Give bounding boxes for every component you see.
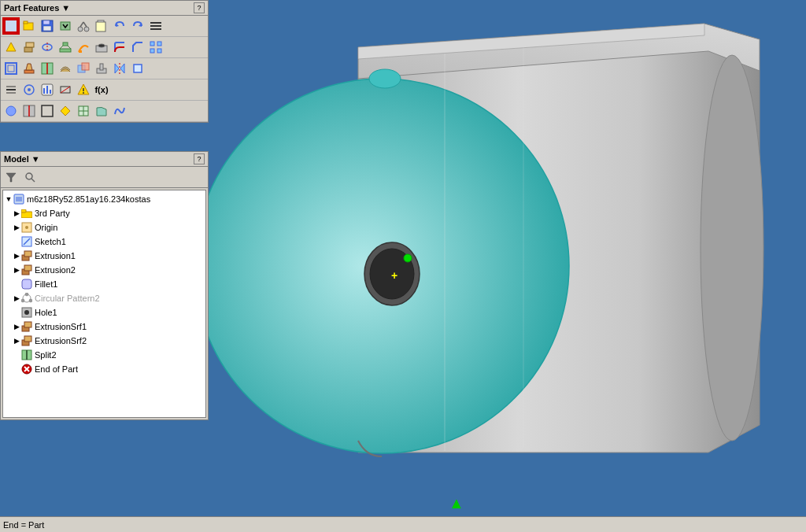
svg-rect-15	[150, 25, 161, 27]
sketch1-icon	[20, 235, 33, 248]
model-help-button[interactable]: ?	[194, 153, 205, 164]
thicken-button[interactable]	[57, 60, 74, 77]
tree-item-extrusion2[interactable]: ▶ Extrusion2	[5, 263, 204, 277]
tree-item-origin[interactable]: ▶ Origin	[5, 220, 204, 235]
tree-item-hole1[interactable]: ▶ Hole1	[5, 305, 204, 320]
surface-button[interactable]	[93, 102, 110, 120]
cut-button[interactable]	[75, 17, 92, 35]
origin-icon	[20, 221, 33, 234]
dimension-button[interactable]	[57, 81, 74, 98]
boolean-icon	[76, 61, 91, 76]
svg-rect-30	[157, 42, 161, 46]
end-of-part-label: End of Part	[35, 364, 78, 374]
svg-marker-17	[6, 42, 16, 51]
view-select-button[interactable]	[2, 102, 20, 120]
undo-button[interactable]	[111, 17, 128, 35]
status-text: End = Part	[3, 520, 44, 530]
expand-extrusion2[interactable]: ▶	[13, 266, 20, 274]
toolbar-row-4: f(x)	[1, 79, 208, 101]
expand-part-root[interactable]: ▼	[5, 195, 13, 203]
tree-item-split2[interactable]: ▶ Split2	[5, 348, 204, 362]
curve-button[interactable]	[111, 102, 128, 120]
tree-item-part-root[interactable]: ▼ m6z18Ry52.851ay16.234kostas	[5, 192, 204, 206]
svg-rect-23	[63, 42, 68, 46]
fillet1-icon	[20, 278, 33, 290]
tree-item-extrusion1[interactable]: ▶ Extrusion1	[5, 249, 204, 263]
paste-button[interactable]	[93, 17, 110, 35]
analyze-icon	[40, 83, 54, 97]
svg-point-60	[83, 92, 84, 94]
shell-button[interactable]	[2, 60, 20, 77]
sketch-button[interactable]	[2, 39, 20, 56]
model-tree: ▼ m6z18Ry52.851ay16.234kostas ▶ 3rd Part…	[2, 190, 206, 418]
fillet-button[interactable]	[111, 39, 128, 56]
svg-rect-14	[150, 22, 161, 24]
point-icon	[58, 104, 72, 118]
viewport[interactable]: + ▲	[209, 0, 806, 532]
tree-item-3rd-party[interactable]: ▶ 3rd Party	[5, 206, 204, 220]
svg-rect-42	[100, 64, 103, 70]
draft-button[interactable]	[20, 60, 38, 77]
new-part-button[interactable]	[2, 17, 20, 35]
wireframe-button[interactable]	[39, 102, 56, 120]
filter-icon	[6, 172, 17, 183]
tree-item-extrusionsrf2[interactable]: ▶ ExtrusionSrf2	[5, 334, 204, 348]
point-button[interactable]	[57, 102, 74, 120]
expand-extrusionsrf2[interactable]: ▶	[13, 337, 20, 345]
mirror-button[interactable]	[111, 60, 128, 77]
search-icon	[24, 172, 35, 183]
svg-line-25	[68, 46, 71, 49]
formula-button[interactable]: f(x)	[93, 81, 110, 98]
open-file-button[interactable]	[57, 17, 74, 35]
filter-button[interactable]	[2, 168, 20, 186]
split-button[interactable]	[39, 60, 56, 77]
extrusionsrf2-label: ExtrusionSrf2	[35, 336, 87, 345]
extrude-button[interactable]	[20, 39, 38, 56]
svg-rect-34	[8, 65, 14, 72]
cross-section-button[interactable]	[20, 102, 38, 120]
svg-rect-83	[24, 265, 31, 271]
svg-point-7	[84, 27, 89, 31]
fillet-icon	[113, 40, 127, 54]
tree-item-sketch1[interactable]: ▶ Sketch1	[5, 235, 204, 249]
expand-origin[interactable]: ▶	[13, 224, 20, 231]
toolbar-help-button[interactable]: ?	[194, 2, 205, 13]
origin-label: Origin	[35, 223, 57, 232]
face-draft-button[interactable]	[129, 60, 146, 77]
green-arrow: ▲	[449, 494, 464, 512]
cross-section-icon	[22, 104, 36, 118]
loft-button[interactable]	[57, 39, 74, 56]
svg-rect-33	[6, 63, 17, 74]
svg-point-88	[21, 299, 24, 302]
tree-item-fillet1[interactable]: ▶ Fillet1	[5, 277, 204, 291]
tree-item-end-of-part[interactable]: ▶ End of Part	[5, 362, 204, 376]
toolbar-title: Part Features ▼	[4, 3, 70, 13]
svg-rect-64	[42, 105, 53, 116]
search-button[interactable]	[21, 168, 39, 186]
chamfer-button[interactable]	[129, 39, 146, 56]
svg-line-9	[83, 22, 87, 27]
open-button[interactable]	[20, 17, 38, 35]
save-button[interactable]	[39, 17, 56, 35]
measure-button[interactable]	[75, 81, 92, 98]
pattern-button[interactable]	[147, 39, 165, 56]
coordinate-button[interactable]	[75, 102, 92, 120]
tree-item-extrusionsrf1[interactable]: ▶ ExtrusionSrf1	[5, 320, 204, 334]
expand-extrusionsrf1[interactable]: ▶	[13, 323, 20, 331]
expand-3rd-party[interactable]: ▶	[13, 209, 20, 217]
constraint-button[interactable]	[2, 81, 20, 98]
svg-point-103	[701, 55, 763, 441]
draft-icon	[22, 61, 36, 76]
tree-item-circular-pattern2[interactable]: ▶ Circular Pattern2	[5, 291, 204, 305]
redo-button[interactable]	[129, 17, 146, 35]
sweep-button[interactable]	[75, 39, 92, 56]
analyze-button[interactable]	[39, 81, 56, 98]
rib-button[interactable]	[93, 60, 110, 77]
expand-circular-pattern2[interactable]: ▶	[13, 294, 20, 302]
expand-extrusion1[interactable]: ▶	[13, 252, 20, 260]
revolve-button[interactable]	[39, 39, 56, 56]
options-button[interactable]	[147, 17, 165, 35]
spring-button[interactable]	[20, 81, 38, 98]
boolean-button[interactable]	[75, 60, 92, 77]
hole-button[interactable]	[93, 39, 110, 56]
